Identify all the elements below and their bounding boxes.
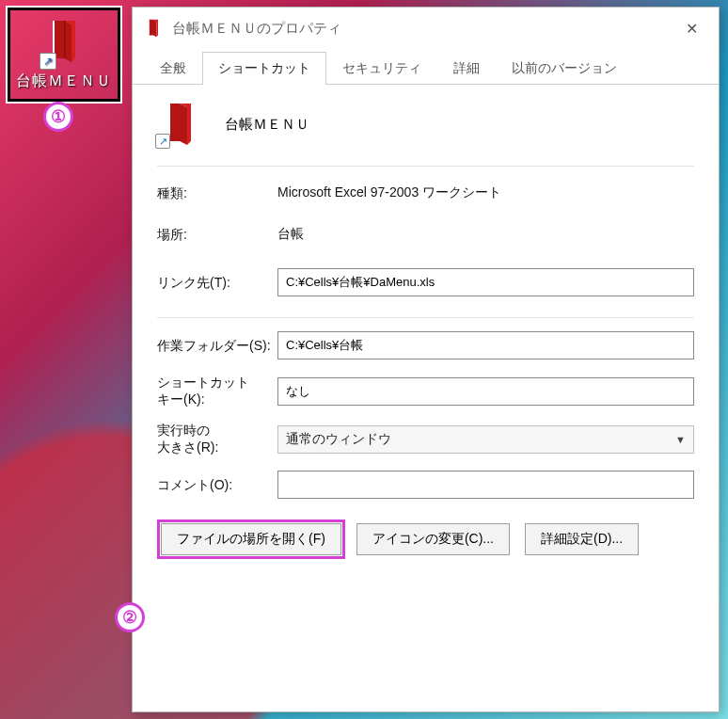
divider — [157, 317, 694, 318]
shortcut-arrow-icon: ↗ — [40, 53, 56, 70]
tab-security[interactable]: セキュリティ — [326, 52, 437, 85]
file-icon: ↗ — [157, 102, 198, 147]
tabbar: 全般 ショートカット セキュリティ 詳細 以前のバージョン — [133, 51, 719, 85]
shortcut-arrow-icon: ↗ — [155, 134, 170, 149]
row-comment: コメント(O): — [157, 471, 694, 499]
button-row: ファイルの場所を開く(F) アイコンの変更(C)... 詳細設定(D)... — [161, 523, 694, 555]
row-location: 場所: 台帳 — [157, 221, 694, 248]
select-run[interactable]: 通常のウィンドウ ▼ — [277, 425, 694, 454]
advanced-button[interactable]: 詳細設定(D)... — [525, 523, 639, 555]
row-target: リンク先(T): — [157, 268, 694, 296]
titlebar-icon — [144, 19, 163, 38]
label-target: リンク先(T): — [157, 274, 277, 291]
tab-general[interactable]: 全般 — [144, 52, 202, 85]
svg-rect-3 — [64, 21, 66, 58]
close-button[interactable]: ✕ — [670, 12, 713, 44]
input-workdir[interactable] — [277, 331, 694, 360]
label-location: 場所: — [157, 226, 277, 243]
tab-shortcut[interactable]: ショートカット — [202, 52, 326, 85]
shortcut-icon: ↗ — [41, 19, 87, 68]
label-type: 種類: — [157, 184, 277, 201]
svg-marker-4 — [149, 20, 156, 37]
open-file-location-button[interactable]: ファイルの場所を開く(F) — [161, 523, 341, 555]
header-row: ↗ 台帳ＭＥＮＵ — [157, 102, 694, 147]
annotation-2: ② — [115, 602, 145, 632]
properties-dialog: 台帳ＭＥＮＵのプロパティ ✕ 全般 ショートカット セキュリティ 詳細 以前のバ… — [132, 7, 720, 712]
label-shortcutkey: ショートカット キー(K): — [157, 375, 277, 407]
divider — [157, 166, 694, 167]
input-shortcutkey[interactable] — [277, 377, 694, 406]
svg-rect-6 — [149, 20, 150, 36]
desktop-shortcut-label: 台帳ＭＥＮＵ — [16, 72, 112, 91]
value-type: Microsoft Excel 97-2003 ワークシート — [277, 184, 694, 201]
row-workdir: 作業フォルダー(S): — [157, 331, 694, 360]
label-workdir: 作業フォルダー(S): — [157, 337, 277, 354]
input-comment[interactable] — [277, 471, 694, 499]
change-icon-button[interactable]: アイコンの変更(C)... — [356, 523, 510, 555]
titlebar: 台帳ＭＥＮＵのプロパティ ✕ — [133, 8, 719, 49]
tab-details[interactable]: 詳細 — [437, 52, 496, 85]
tab-content: ↗ 台帳ＭＥＮＵ 種類: Microsoft Excel 97-2003 ワーク… — [133, 85, 719, 711]
tab-previous-versions[interactable]: 以前のバージョン — [496, 52, 633, 85]
label-comment: コメント(O): — [157, 476, 277, 493]
file-name: 台帳ＭＥＮＵ — [225, 116, 309, 134]
row-shortcutkey: ショートカット キー(K): — [157, 375, 694, 407]
select-run-value: 通常のウィンドウ — [286, 431, 391, 448]
value-location: 台帳 — [277, 226, 694, 243]
annotation-1: ① — [43, 102, 73, 132]
row-run: 実行時の 大きさ(R): 通常のウィンドウ ▼ — [157, 423, 694, 455]
chevron-down-icon: ▼ — [675, 434, 686, 445]
row-type: 種類: Microsoft Excel 97-2003 ワークシート — [157, 180, 694, 206]
desktop-background: ↗ 台帳ＭＥＮＵ ① 台帳ＭＥＮＵのプロパティ ✕ 全般 ショートカット セキュ… — [0, 0, 728, 719]
input-target[interactable] — [277, 268, 694, 296]
close-icon: ✕ — [686, 20, 698, 38]
desktop-shortcut-daicho-menu[interactable]: ↗ 台帳ＭＥＮＵ — [8, 8, 120, 102]
label-run: 実行時の 大きさ(R): — [157, 423, 277, 455]
svg-marker-7 — [168, 104, 187, 145]
dialog-title: 台帳ＭＥＮＵのプロパティ — [172, 20, 670, 38]
